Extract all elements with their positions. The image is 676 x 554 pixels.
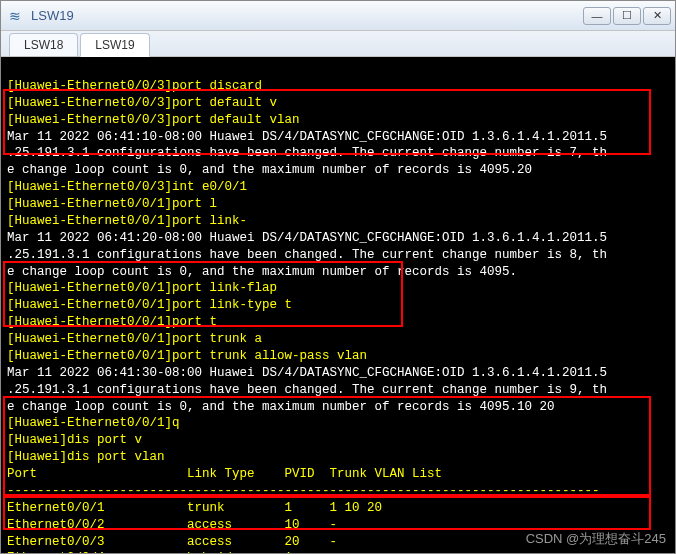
term-line: Ethernet0/0/2 access 10 - bbox=[7, 518, 337, 532]
app-icon: ≋ bbox=[9, 8, 25, 24]
maximize-button[interactable]: ☐ bbox=[613, 7, 641, 25]
term-line: .25.191.3.1 configurations have been cha… bbox=[7, 146, 607, 160]
terminal-output[interactable]: [Huawei-Ethernet0/0/3]port discard [Huaw… bbox=[1, 57, 675, 553]
window-controls: — ☐ ✕ bbox=[583, 7, 671, 25]
tab-lsw19[interactable]: LSW19 bbox=[80, 33, 149, 57]
app-window: ≋ LSW19 — ☐ ✕ LSW18 LSW19 [Huawei-Ethern… bbox=[0, 0, 676, 554]
term-line: Mar 11 2022 06:41:20-08:00 Huawei DS/4/D… bbox=[7, 231, 607, 245]
term-line: [Huawei-Ethernet0/0/1]port trunk allow-p… bbox=[7, 349, 375, 363]
term-line: [Huawei-Ethernet0/0/1]port link-flap bbox=[7, 281, 277, 295]
term-line: .25.191.3.1 configurations have been cha… bbox=[7, 248, 607, 262]
term-line: e change loop count is 0, and the maximu… bbox=[7, 265, 517, 279]
term-line: Port Link Type PVID Trunk VLAN List bbox=[7, 467, 442, 481]
term-line: Mar 11 2022 06:41:10-08:00 Huawei DS/4/D… bbox=[7, 130, 607, 144]
term-line: [Huawei-Ethernet0/0/3]port discard bbox=[7, 79, 262, 93]
term-line: [Huawei-Ethernet0/0/1]q bbox=[7, 416, 180, 430]
term-line: [Huawei-Ethernet0/0/3]port default vlan bbox=[7, 113, 307, 127]
term-line: [Huawei-Ethernet0/0/1]port l bbox=[7, 197, 217, 211]
term-divider: ----------------------------------------… bbox=[7, 484, 600, 498]
term-line: [Huawei]dis port vlan bbox=[7, 450, 172, 464]
term-line: [Huawei-Ethernet0/0/3]port default v bbox=[7, 96, 292, 110]
term-line: e change loop count is 0, and the maximu… bbox=[7, 400, 555, 414]
term-line: Ethernet0/0/1 trunk 1 1 10 20 bbox=[7, 501, 382, 515]
term-line: [Huawei]dis port v bbox=[7, 433, 142, 447]
term-line: Mar 11 2022 06:41:30-08:00 Huawei DS/4/D… bbox=[7, 366, 607, 380]
minimize-button[interactable]: — bbox=[583, 7, 611, 25]
term-line: Ethernet0/0/3 access 20 - bbox=[7, 535, 337, 549]
term-line: [Huawei-Ethernet0/0/3]int e0/0/1 bbox=[7, 180, 247, 194]
term-line: [Huawei-Ethernet0/0/1]port t bbox=[7, 315, 217, 329]
term-line: [Huawei-Ethernet0/0/1]port trunk a bbox=[7, 332, 262, 346]
term-line: [Huawei-Ethernet0/0/1]port link- bbox=[7, 214, 247, 228]
window-title: LSW19 bbox=[31, 8, 583, 23]
close-button[interactable]: ✕ bbox=[643, 7, 671, 25]
tab-bar: LSW18 LSW19 bbox=[1, 31, 675, 57]
term-line: Ethernet0/0/4 hybrid 1 - bbox=[7, 551, 337, 553]
tab-lsw18[interactable]: LSW18 bbox=[9, 33, 78, 56]
titlebar[interactable]: ≋ LSW19 — ☐ ✕ bbox=[1, 1, 675, 31]
term-line: [Huawei-Ethernet0/0/1]port link-type t bbox=[7, 298, 292, 312]
term-line: e change loop count is 0, and the maximu… bbox=[7, 163, 532, 177]
term-line: .25.191.3.1 configurations have been cha… bbox=[7, 383, 607, 397]
